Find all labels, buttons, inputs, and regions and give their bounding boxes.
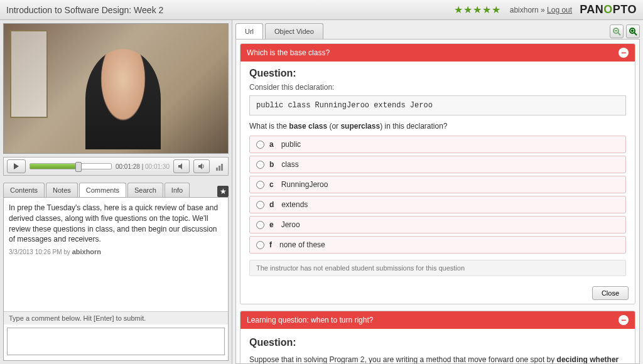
comment-textarea[interactable] — [7, 328, 225, 355]
page-title: Introduction to Software Design: Week 2 — [6, 5, 163, 15]
tab-url[interactable]: Url — [235, 23, 263, 39]
answer-option[interactable]: fnone of these — [249, 236, 626, 254]
question-header: Learning question: when to turn right? − — [240, 311, 635, 329]
question-body: Suppose that in solving Program 2, you a… — [249, 354, 626, 364]
question-card-1: Which is the base class? − Question: Con… — [240, 43, 635, 304]
progress-bar[interactable] — [30, 163, 112, 169]
comments-panel: In prep the Tuesday's class, here is a q… — [3, 197, 229, 361]
answer-option[interactable]: cRunningJeroo — [249, 176, 626, 193]
answer-option[interactable]: bclass — [249, 156, 626, 173]
svg-line-4 — [618, 33, 620, 35]
radio-input[interactable] — [256, 141, 264, 149]
radio-input[interactable] — [256, 201, 264, 209]
content-area: Which is the base class? − Question: Con… — [235, 39, 640, 364]
mute-button[interactable] — [173, 159, 190, 173]
answer-option[interactable]: apublic — [249, 136, 626, 153]
collapse-icon[interactable]: − — [619, 48, 629, 58]
bookmark-icon[interactable]: ★ — [217, 186, 229, 197]
tab-notes[interactable]: Notes — [46, 183, 78, 197]
code-block: public class RunningJeroo extends Jeroo — [249, 95, 626, 115]
tab-comments[interactable]: Comments — [79, 183, 126, 197]
submission-note: The instructor has not enabled student s… — [249, 260, 626, 276]
volume-button[interactable] — [193, 159, 210, 173]
zoom-out-button[interactable] — [610, 24, 624, 38]
svg-marker-0 — [14, 163, 19, 169]
question-card-2: Learning question: when to turn right? −… — [240, 311, 635, 364]
play-button[interactable] — [7, 159, 26, 173]
zoom-in-button[interactable] — [626, 24, 640, 38]
tab-object-video[interactable]: Object Video — [265, 23, 323, 39]
collapse-icon[interactable]: − — [619, 315, 629, 325]
question-title: Question: — [249, 68, 626, 79]
player-controls: 00:01:28 | 00:01:30 — [3, 157, 229, 176]
time-display: 00:01:28 | 00:01:30 — [116, 163, 170, 170]
panopto-logo: PANOPTO — [580, 3, 637, 16]
svg-marker-2 — [198, 163, 202, 169]
logout-link[interactable]: Log out — [547, 6, 572, 14]
username: abixhorn — [510, 6, 539, 14]
question-prompt: What is the base class (or superclass) i… — [249, 122, 626, 131]
question-subtitle: Consider this declaration: — [249, 83, 626, 92]
svg-marker-1 — [178, 163, 182, 169]
answer-option[interactable]: eJeroo — [249, 216, 626, 233]
question-header: Which is the base class? − — [240, 44, 635, 62]
svg-line-7 — [634, 33, 637, 35]
tab-search[interactable]: Search — [127, 183, 163, 197]
close-button[interactable]: Close — [592, 286, 629, 300]
radio-input[interactable] — [256, 221, 264, 229]
comment-meta: 3/3/2013 10:26 PM by abixhorn — [9, 247, 223, 257]
radio-input[interactable] — [256, 241, 264, 249]
rating-stars[interactable]: ★★★★★ — [454, 4, 501, 16]
stats-icon[interactable] — [216, 162, 225, 171]
comment-text: In prep the Tuesday's class, here is a q… — [9, 203, 223, 245]
radio-input[interactable] — [256, 181, 264, 189]
user-info: abixhorn » Log out — [510, 6, 572, 14]
radio-input[interactable] — [256, 161, 264, 169]
tab-info[interactable]: Info — [165, 183, 190, 197]
question-title: Question: — [249, 335, 626, 350]
tab-contents[interactable]: Contents — [3, 183, 45, 197]
comment-hint: Type a comment below. Hit [Enter] to sub… — [4, 311, 228, 324]
answer-option[interactable]: dextends — [249, 196, 626, 213]
video-player[interactable] — [3, 23, 229, 154]
